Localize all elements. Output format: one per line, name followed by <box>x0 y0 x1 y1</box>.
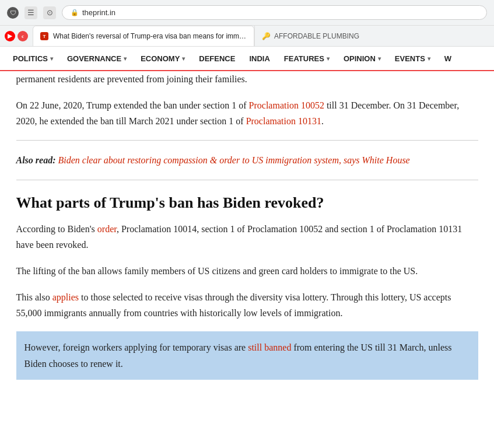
para4-before: This also <box>16 292 52 302</box>
also-read-link[interactable]: Biden clear about restoring compassion &… <box>58 155 410 165</box>
nav-item-governance[interactable]: GOVERNANCE ▾ <box>60 47 134 70</box>
intro-text: permanent residents are prevented from j… <box>16 74 247 84</box>
tab-title: What Biden's reversal of Trump-era visa … <box>53 32 247 40</box>
applies-link-text: applies <box>52 292 79 302</box>
ad-tab[interactable]: 🔑 AFFORDABLE PLUMBING <box>254 26 366 46</box>
chevron-features: ▾ <box>327 55 330 62</box>
key-icon: 🔑 <box>262 32 271 40</box>
also-read-text: Also read: Biden clear about restoring c… <box>16 152 478 168</box>
nav-label-w: W <box>444 54 451 63</box>
proclamation-10052-text: Proclamation 10052 <box>249 100 324 110</box>
chevron-governance: ▾ <box>124 55 127 62</box>
section-heading: What parts of Trump's ban has Biden revo… <box>16 193 478 213</box>
nav-label-governance: GOVERNANCE <box>67 54 121 63</box>
ad-text: AFFORDABLE PLUMBING <box>274 32 359 40</box>
para1-end: . <box>321 116 324 126</box>
lock-icon: 🔒 <box>71 9 79 16</box>
also-read-label: Also read: <box>16 155 56 165</box>
nav-item-opinion[interactable]: OPINION ▾ <box>337 47 388 70</box>
tab-bar: ▶ c T What Biden's reversal of Trump-era… <box>0 26 494 47</box>
browser-toolbar: 🛡 ☰ ⊙ 🔒 theprint.in <box>0 0 494 26</box>
order-link[interactable]: order <box>97 224 117 234</box>
highlight-block: However, foreign workers applying for te… <box>16 331 478 379</box>
nav-item-features[interactable]: FEATURES ▾ <box>277 47 337 70</box>
bookmark-icon[interactable]: ☰ <box>24 6 37 19</box>
also-read-link-text: Biden clear about restoring compassion &… <box>58 155 410 165</box>
nav-item-w[interactable]: W <box>437 47 458 70</box>
proclamation-10052-link[interactable]: Proclamation 10052 <box>249 100 324 110</box>
proclamation-paragraph: On 22 June, 2020, Trump extended the ban… <box>16 97 478 129</box>
url-text: theprint.in <box>82 8 115 17</box>
nav-item-defence[interactable]: DEFENCE <box>192 47 242 70</box>
para2-before: According to Biden's <box>16 224 97 234</box>
still-banned-text: still banned <box>248 342 291 352</box>
applies-link[interactable]: applies <box>52 292 79 302</box>
proclamation-10131-link[interactable]: Proclamation 10131 <box>246 116 321 126</box>
chevron-economy: ▾ <box>182 55 185 62</box>
lifting-paragraph: The lifting of the ban allows family mem… <box>16 263 478 279</box>
youtube-favicon[interactable]: ▶ <box>5 31 15 41</box>
applies-paragraph: This also applies to those selected to r… <box>16 289 478 321</box>
para1-before: On 22 June, 2020, Trump extended the ban… <box>16 100 249 110</box>
nav-label-opinion: OPINION <box>344 54 376 63</box>
nav-item-india[interactable]: INDIA <box>242 47 276 70</box>
nav-label-politics: POLITICS <box>13 54 48 63</box>
nav-bar: POLITICS ▾ GOVERNANCE ▾ ECONOMY ▾ DEFENC… <box>0 47 494 71</box>
chevron-opinion: ▾ <box>378 55 381 62</box>
active-tab[interactable]: T What Biden's reversal of Trump-era vis… <box>33 26 254 46</box>
chevron-politics: ▾ <box>50 55 53 62</box>
article-body: permanent residents are prevented from j… <box>8 71 486 380</box>
intro-paragraph: permanent residents are prevented from j… <box>16 71 478 87</box>
nav-label-features: FEATURES <box>284 54 324 63</box>
nav-label-events: EVENTS <box>395 54 425 63</box>
also-read-block: Also read: Biden clear about restoring c… <box>16 150 478 170</box>
theprint-favicon: T <box>40 32 48 40</box>
divider-1 <box>16 140 478 141</box>
nav-item-economy[interactable]: ECONOMY ▾ <box>134 47 192 70</box>
nav-item-events[interactable]: EVENTS ▾ <box>388 47 437 70</box>
divider-2 <box>16 180 478 180</box>
cricket-favicon[interactable]: c <box>17 31 28 41</box>
nav-label-india: INDIA <box>249 54 269 63</box>
address-bar[interactable]: 🔒 theprint.in <box>62 5 487 20</box>
highlight-before: However, foreign workers applying for te… <box>24 342 248 352</box>
revoked-paragraph: According to Biden's order, Proclamation… <box>16 221 478 253</box>
proclamation-10131-text: Proclamation 10131 <box>246 116 321 126</box>
nav-item-politics[interactable]: POLITICS ▾ <box>6 47 60 70</box>
nav-label-defence: DEFENCE <box>199 54 235 63</box>
para4-after: to those selected to receive visas throu… <box>16 292 451 318</box>
favicon-group: ▶ c <box>0 26 33 46</box>
shield-icon[interactable]: 🛡 <box>7 7 19 19</box>
history-icon[interactable]: ⊙ <box>43 6 56 19</box>
order-link-text: order <box>97 224 117 234</box>
chevron-events: ▾ <box>428 55 430 62</box>
still-banned-link[interactable]: still banned <box>248 342 291 352</box>
nav-label-economy: ECONOMY <box>141 54 180 63</box>
